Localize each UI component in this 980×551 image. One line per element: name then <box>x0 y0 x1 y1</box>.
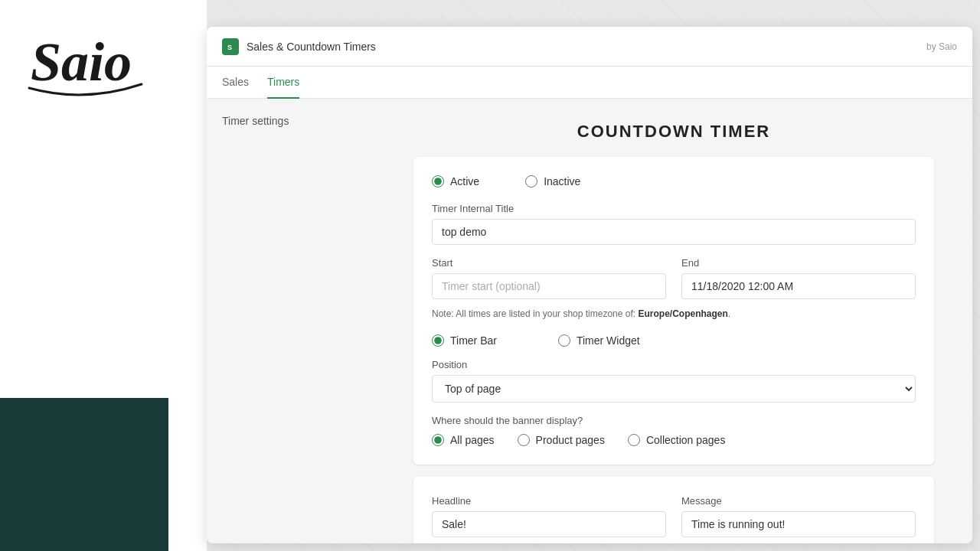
pages-radio-group: All pages Product pages Collection pages <box>432 434 916 446</box>
product-pages-option[interactable]: Product pages <box>518 434 605 446</box>
product-pages-radio[interactable] <box>518 434 530 446</box>
banner-display-label: Where should the banner display? <box>432 415 916 426</box>
sidebar-label: Timer settings <box>222 115 289 127</box>
content-area: Timer settings COUNTDOWN TIMER Active In… <box>207 99 972 543</box>
all-pages-option[interactable]: All pages <box>432 434 495 446</box>
start-group: Start <box>432 257 666 299</box>
date-row: Start End <box>432 257 916 299</box>
app-window: S Sales & Countdown Timers by Saio Sales… <box>207 27 972 543</box>
product-pages-label: Product pages <box>536 434 605 446</box>
left-bottom-accent <box>0 398 168 551</box>
headline-group: Headline <box>432 495 666 537</box>
inactive-label: Inactive <box>544 175 580 187</box>
status-radio-group: Active Inactive <box>432 175 916 187</box>
end-group: End <box>681 257 916 299</box>
start-label: Start <box>432 257 666 269</box>
page-title: COUNTDOWN TIMER <box>577 122 770 142</box>
end-input[interactable] <box>681 273 916 299</box>
headline-message-row: Headline Message <box>432 495 916 537</box>
timer-bar-radio[interactable] <box>432 334 444 347</box>
collection-pages-label: Collection pages <box>646 434 726 446</box>
app-title: Sales & Countdown Timers <box>247 41 926 53</box>
timer-widget-radio[interactable] <box>558 334 570 347</box>
active-radio-option[interactable]: Active <box>432 175 479 187</box>
app-by: by Saio <box>926 41 957 52</box>
internal-title-label: Timer Internal Title <box>432 203 916 214</box>
position-label: Position <box>432 359 916 370</box>
all-pages-label: All pages <box>450 434 495 446</box>
svg-text:S: S <box>227 44 232 51</box>
main-form-area: COUNTDOWN TIMER Active Inactive Timer In… <box>375 99 972 543</box>
timer-settings-card: Active Inactive Timer Internal Title Sta… <box>413 157 934 465</box>
headline-label: Headline <box>432 495 666 507</box>
sidebar: Timer settings <box>207 99 375 543</box>
active-label: Active <box>450 175 479 187</box>
app-header: S Sales & Countdown Timers by Saio <box>207 27 972 67</box>
inactive-radio[interactable] <box>525 175 537 187</box>
design-card: Headline Message Show Timer Labels <box>413 477 934 543</box>
timer-widget-option[interactable]: Timer Widget <box>558 334 640 347</box>
start-input[interactable] <box>432 273 666 299</box>
collection-pages-radio[interactable] <box>628 434 640 446</box>
timezone-note: Note: All times are listed in your shop … <box>432 308 916 319</box>
timer-widget-label: Timer Widget <box>577 334 640 347</box>
timer-type-radio-group: Timer Bar Timer Widget <box>432 334 916 347</box>
app-logo: S <box>222 38 239 55</box>
position-select[interactable]: Top of page Bottom of page <box>432 375 916 403</box>
svg-text:Saio: Saio <box>31 31 132 93</box>
tab-sales[interactable]: Sales <box>222 67 249 99</box>
active-radio[interactable] <box>432 175 444 187</box>
timer-bar-option[interactable]: Timer Bar <box>432 334 497 347</box>
message-input[interactable] <box>681 511 916 537</box>
message-label: Message <box>681 495 916 507</box>
inactive-radio-option[interactable]: Inactive <box>525 175 580 187</box>
internal-title-input[interactable] <box>432 219 916 245</box>
message-group: Message <box>681 495 916 537</box>
nav-tabs: Sales Timers <box>207 67 972 99</box>
collection-pages-option[interactable]: Collection pages <box>628 434 726 446</box>
all-pages-radio[interactable] <box>432 434 444 446</box>
tab-timers[interactable]: Timers <box>267 67 299 99</box>
timer-bar-label: Timer Bar <box>450 334 497 347</box>
end-label: End <box>681 257 916 269</box>
saio-logo: Saio <box>23 15 145 114</box>
headline-input[interactable] <box>432 511 666 537</box>
